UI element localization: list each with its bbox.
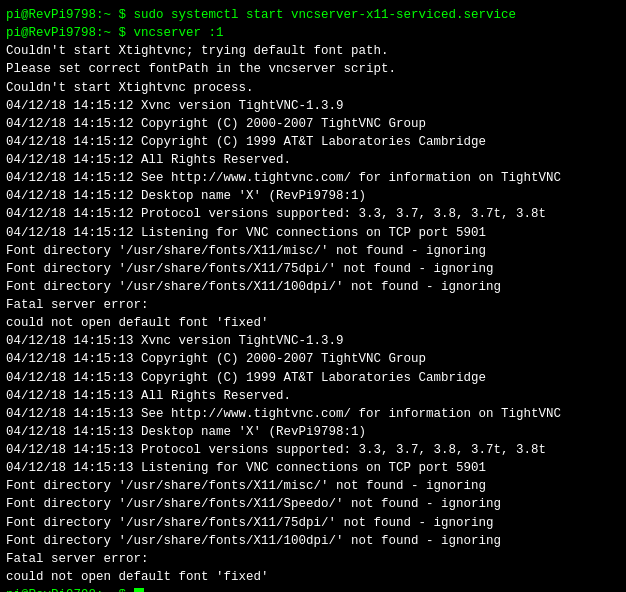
terminal-line: Couldn't start Xtightvnc process. bbox=[6, 79, 620, 97]
terminal-line: Fatal server error: bbox=[6, 550, 620, 568]
terminal-line: pi@RevPi9798:~ $ sudo systemctl start vn… bbox=[6, 6, 620, 24]
terminal-line: 04/12/18 14:15:13 Xvnc version TightVNC-… bbox=[6, 332, 620, 350]
terminal-line: 04/12/18 14:15:13 Listening for VNC conn… bbox=[6, 459, 620, 477]
terminal-line: could not open default font 'fixed' bbox=[6, 314, 620, 332]
terminal-line: Font directory '/usr/share/fonts/X11/75d… bbox=[6, 260, 620, 278]
terminal-line: Font directory '/usr/share/fonts/X11/100… bbox=[6, 532, 620, 550]
terminal-line: 04/12/18 14:15:12 See http://www.tightvn… bbox=[6, 169, 620, 187]
terminal-line: 04/12/18 14:15:12 Copyright (C) 2000-200… bbox=[6, 115, 620, 133]
terminal-line: Couldn't start Xtightvnc; trying default… bbox=[6, 42, 620, 60]
terminal-line: 04/12/18 14:15:13 See http://www.tightvn… bbox=[6, 405, 620, 423]
terminal-line: Please set correct fontPath in the vncse… bbox=[6, 60, 620, 78]
terminal-cursor bbox=[134, 588, 144, 592]
terminal-line: 04/12/18 14:15:13 Desktop name 'X' (RevP… bbox=[6, 423, 620, 441]
terminal-window[interactable]: pi@RevPi9798:~ $ sudo systemctl start vn… bbox=[0, 0, 626, 592]
terminal-line: Font directory '/usr/share/fonts/X11/mis… bbox=[6, 242, 620, 260]
terminal-line: 04/12/18 14:15:12 Desktop name 'X' (RevP… bbox=[6, 187, 620, 205]
terminal-line: 04/12/18 14:15:12 All Rights Reserved. bbox=[6, 151, 620, 169]
terminal-line: 04/12/18 14:15:13 Copyright (C) 1999 AT&… bbox=[6, 369, 620, 387]
terminal-line: pi@RevPi9798:~ $ bbox=[6, 586, 620, 592]
terminal-line: Fatal server error: bbox=[6, 296, 620, 314]
terminal-line: 04/12/18 14:15:12 Xvnc version TightVNC-… bbox=[6, 97, 620, 115]
terminal-line: Font directory '/usr/share/fonts/X11/100… bbox=[6, 278, 620, 296]
terminal-line: Font directory '/usr/share/fonts/X11/75d… bbox=[6, 514, 620, 532]
terminal-line: 04/12/18 14:15:13 All Rights Reserved. bbox=[6, 387, 620, 405]
terminal-line: 04/12/18 14:15:13 Copyright (C) 2000-200… bbox=[6, 350, 620, 368]
terminal-line: 04/12/18 14:15:13 Protocol versions supp… bbox=[6, 441, 620, 459]
terminal-line: could not open default font 'fixed' bbox=[6, 568, 620, 586]
terminal-output: pi@RevPi9798:~ $ sudo systemctl start vn… bbox=[6, 6, 620, 592]
terminal-line: Font directory '/usr/share/fonts/X11/Spe… bbox=[6, 495, 620, 513]
terminal-line: 04/12/18 14:15:12 Copyright (C) 1999 AT&… bbox=[6, 133, 620, 151]
terminal-line: 04/12/18 14:15:12 Listening for VNC conn… bbox=[6, 224, 620, 242]
terminal-line: pi@RevPi9798:~ $ vncserver :1 bbox=[6, 24, 620, 42]
terminal-line: Font directory '/usr/share/fonts/X11/mis… bbox=[6, 477, 620, 495]
terminal-line: 04/12/18 14:15:12 Protocol versions supp… bbox=[6, 205, 620, 223]
